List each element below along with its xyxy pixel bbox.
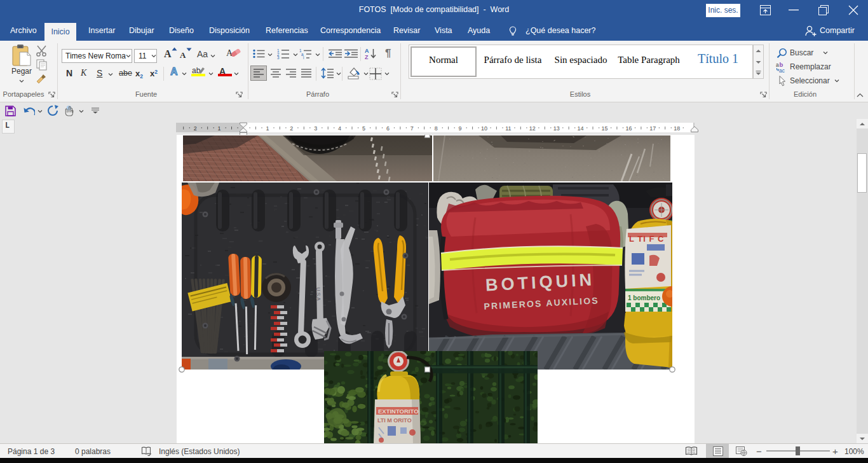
svg-text:12: 12 — [529, 125, 536, 132]
svg-text:15: 15 — [601, 125, 607, 132]
svg-text:1: 1 — [218, 125, 221, 132]
svg-text:2: 2 — [290, 125, 293, 132]
svg-text:1 bombero: 1 bombero — [628, 294, 660, 301]
svg-text:i: i — [303, 55, 304, 59]
svg-text:ac: ac — [779, 67, 785, 73]
svg-text:9: 9 — [459, 125, 462, 132]
svg-text:3: 3 — [277, 55, 280, 59]
svg-text:Z: Z — [365, 54, 369, 60]
svg-text:4: 4 — [338, 125, 341, 132]
svg-text:5: 5 — [362, 125, 365, 132]
svg-text:EXTINTORITO: EXTINTORITO — [378, 408, 419, 415]
svg-text:18: 18 — [674, 125, 680, 132]
svg-text:17: 17 — [649, 125, 656, 132]
svg-text:8: 8 — [435, 125, 438, 132]
svg-text:16: 16 — [625, 125, 632, 132]
svg-text:13: 13 — [553, 125, 560, 132]
svg-text:LTI M ORITO: LTI M ORITO — [377, 417, 412, 424]
svg-text:10: 10 — [481, 125, 487, 132]
svg-text:U.S.A: U.S.A — [315, 287, 322, 301]
svg-text:7: 7 — [410, 125, 414, 132]
svg-text:1: 1 — [266, 125, 269, 132]
svg-text:6: 6 — [386, 125, 390, 132]
svg-text:2: 2 — [194, 125, 197, 132]
svg-text:3: 3 — [314, 125, 317, 132]
svg-text:11: 11 — [505, 125, 511, 132]
svg-text:A: A — [365, 48, 369, 54]
svg-text:14: 14 — [578, 125, 584, 132]
